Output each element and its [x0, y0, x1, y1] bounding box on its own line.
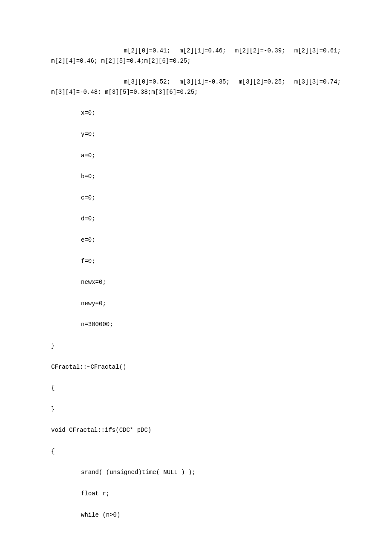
- code-line: }: [51, 342, 341, 350]
- code-line: CFractal::~CFractal(): [51, 363, 341, 372]
- code-line: a=0;: [51, 152, 341, 160]
- code-line: srand( (unsigned)time( NULL ) );: [51, 468, 341, 477]
- code-line: m[2][4]=0.46; m[2][5]=0.4;m[2][6]=0.25;: [51, 57, 341, 66]
- code-line: newy=0;: [51, 300, 341, 308]
- code-line: n=300000;: [51, 321, 341, 329]
- code-line: b=0;: [51, 173, 341, 181]
- code-line: m[2][0]=0.41; m[2][1]=0.46; m[2][2]=-0.3…: [51, 47, 341, 55]
- code-line: m[3][4]=-0.48; m[3][5]=0.38;m[3][6]=0.25…: [51, 88, 341, 97]
- code-line: }: [51, 405, 341, 414]
- code-line: x=0;: [51, 109, 341, 118]
- code-line: while (n>0): [51, 511, 341, 520]
- code-line: float r;: [51, 490, 341, 498]
- code-line: m[3][0]=0.52; m[3][1]=-0.35; m[3][2]=0.2…: [51, 78, 341, 87]
- code-line: e=0;: [51, 236, 341, 245]
- code-line: void CFractal::ifs(CDC* pDC): [51, 426, 341, 435]
- code-line: f=0;: [51, 257, 341, 266]
- code-line: d=0;: [51, 215, 341, 223]
- code-line: c=0;: [51, 194, 341, 202]
- code-line: newx=0;: [51, 278, 341, 287]
- document-page: m[2][0]=0.41; m[2][1]=0.46; m[2][2]=-0.3…: [0, 0, 392, 555]
- code-line: {: [51, 448, 341, 456]
- code-line: {: [51, 384, 341, 393]
- code-line: y=0;: [51, 130, 341, 139]
